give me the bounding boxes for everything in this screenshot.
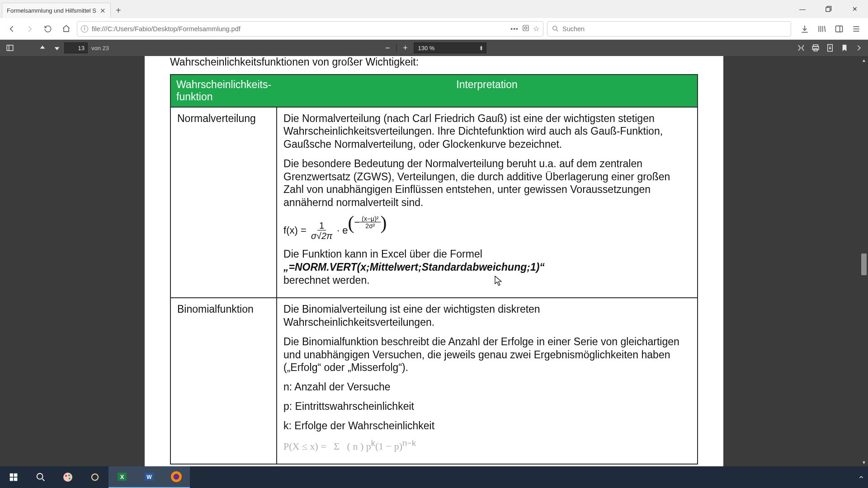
page-up-button[interactable] (35, 41, 50, 55)
dist-desc: Die Normalverteilung (nach Carl Friedric… (277, 107, 698, 298)
zoom-value: 130 % (418, 45, 435, 52)
start-button[interactable] (0, 466, 27, 488)
browser-tab[interactable]: Formelsammlung und Hilfsmittel S ✕ (2, 3, 111, 18)
pdf-toolbar: von 23 − + 130 % ▴▾ (0, 40, 868, 56)
svg-rect-13 (10, 478, 14, 481)
download-pdf-button[interactable] (823, 41, 837, 55)
url-text: file:///C:/Users/Fabio/Desktop/Formelsam… (92, 25, 507, 33)
tools-button[interactable] (852, 41, 866, 55)
svg-rect-11 (10, 474, 14, 477)
svg-rect-8 (812, 47, 819, 50)
presentation-button[interactable] (794, 41, 808, 55)
svg-rect-14 (14, 478, 18, 481)
table-header-function: Wahrscheinlichkeits-funktion (170, 75, 277, 107)
svg-point-19 (69, 478, 71, 479)
taskbar-app-obs[interactable] (81, 466, 108, 488)
print-button[interactable] (808, 41, 823, 55)
tray-chevron-icon[interactable] (858, 474, 864, 480)
search-input[interactable] (562, 25, 786, 33)
svg-rect-2 (523, 25, 528, 31)
search-box[interactable] (547, 21, 791, 37)
bookmark-star-icon[interactable]: ☆ (533, 24, 539, 33)
windows-taskbar[interactable]: X W (0, 466, 868, 488)
normal-formula: f(x) = 1 σ√2π · e (− (x−μ)² 2σ² ) (283, 216, 691, 241)
svg-rect-12 (14, 474, 18, 477)
svg-point-27 (174, 474, 179, 480)
intro-text: Im Rahmen der stetigen und diskreten sin… (170, 56, 698, 69)
svg-point-15 (37, 474, 43, 479)
search-icon (552, 25, 559, 32)
page-actions-icon[interactable]: ••• (510, 25, 519, 33)
tracking-shield-icon[interactable] (522, 24, 529, 33)
dist-desc: Die Binomialverteilung ist eine der wich… (277, 298, 698, 464)
svg-text:X: X (120, 474, 124, 480)
pdf-viewport[interactable]: Im Rahmen der stetigen und diskreten sin… (0, 56, 868, 466)
scroll-thumb[interactable] (861, 253, 867, 275)
downloads-button[interactable] (797, 22, 812, 36)
svg-point-17 (65, 475, 67, 477)
back-button[interactable] (5, 22, 19, 36)
site-info-icon[interactable]: i (81, 25, 88, 33)
taskbar-app-firefox[interactable] (163, 466, 190, 488)
menu-button[interactable] (849, 22, 863, 36)
bookmark-button[interactable] (837, 41, 852, 55)
browser-navbar: i file:///C:/Users/Fabio/Desktop/Formels… (0, 18, 868, 40)
zoom-in-button[interactable]: + (400, 42, 411, 54)
svg-rect-6 (7, 45, 13, 51)
pdf-page: Im Rahmen der stetigen und diskreten sin… (145, 56, 723, 466)
table-row: Binomialfunktion Die Binomialverteilung … (170, 298, 698, 464)
svg-rect-1 (826, 8, 830, 12)
window-minimize-button[interactable]: ― (789, 0, 816, 18)
sidebar-button[interactable] (832, 22, 846, 36)
svg-rect-5 (836, 26, 843, 32)
zoom-select[interactable]: 130 % ▴▾ (414, 42, 486, 53)
page-down-button[interactable] (50, 41, 64, 55)
page-count-label: von 23 (91, 45, 109, 52)
chevron-updown-icon: ▴▾ (480, 45, 482, 51)
taskbar-app-paint[interactable] (54, 466, 81, 488)
svg-point-4 (553, 26, 557, 30)
new-tab-button[interactable]: + (111, 3, 126, 18)
system-tray[interactable] (858, 466, 864, 488)
vertical-scrollbar[interactable]: ▲ ▼ (860, 56, 868, 466)
library-button[interactable] (815, 22, 829, 36)
close-tab-button[interactable]: ✕ (100, 7, 106, 14)
window-restore-button[interactable] (816, 0, 842, 18)
address-bar[interactable]: i file:///C:/Users/Fabio/Desktop/Formels… (77, 21, 543, 37)
svg-point-3 (524, 27, 527, 29)
page-number-input[interactable] (64, 42, 88, 53)
forward-button[interactable] (23, 22, 37, 36)
taskbar-search-button[interactable] (27, 466, 54, 488)
distribution-table: Wahrscheinlichkeits-funktion Interpretat… (170, 74, 698, 465)
svg-point-16 (63, 473, 72, 482)
home-button[interactable] (59, 22, 73, 36)
reload-button[interactable] (41, 22, 55, 36)
toggle-sidebar-button[interactable] (3, 41, 17, 55)
table-header-interpretation: Interpretation (277, 75, 698, 107)
window-close-button[interactable]: ✕ (842, 0, 868, 18)
svg-point-18 (68, 474, 70, 476)
zoom-out-button[interactable]: − (382, 42, 394, 54)
tab-title: Formelsammlung und Hilfsmittel S (7, 7, 96, 14)
scroll-up-button[interactable]: ▲ (860, 56, 868, 64)
tab-strip: Formelsammlung und Hilfsmittel S ✕ + (0, 0, 868, 18)
scroll-down-button[interactable]: ▼ (860, 458, 868, 466)
taskbar-app-word[interactable]: W (136, 466, 163, 488)
taskbar-app-excel[interactable]: X (108, 466, 136, 488)
svg-text:W: W (146, 474, 152, 480)
table-row: Normalverteilung Die Normalverteilung (n… (170, 107, 698, 298)
dist-name: Binomialfunktion (170, 298, 277, 464)
dist-name: Normalverteilung (170, 107, 277, 298)
